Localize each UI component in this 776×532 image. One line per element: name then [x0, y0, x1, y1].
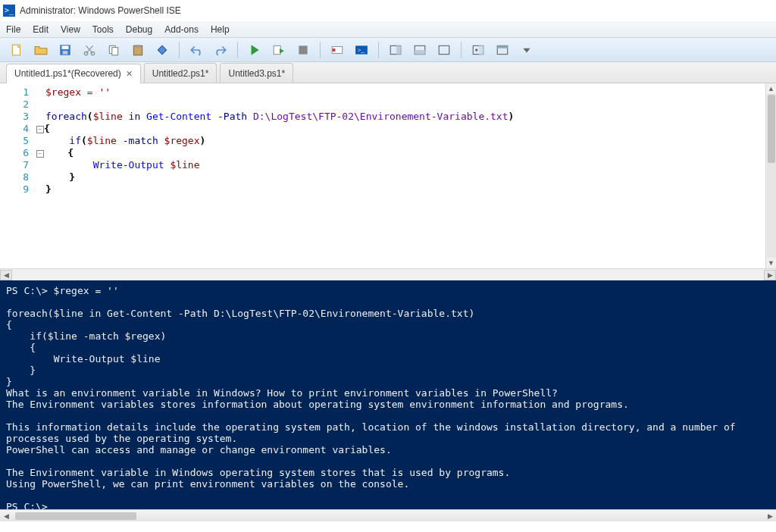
line-number: 1	[0, 86, 29, 99]
svg-marker-11	[252, 45, 259, 55]
svg-rect-10	[136, 45, 141, 47]
menu-help[interactable]: Help	[211, 24, 230, 35]
menu-debug[interactable]: Debug	[126, 24, 152, 35]
scroll-right-icon[interactable]: ▶	[764, 270, 776, 280]
svg-text:>_: >_	[357, 46, 365, 54]
code-line[interactable]: − {	[36, 147, 776, 159]
line-number: 6	[0, 147, 29, 159]
svg-rect-12	[274, 45, 280, 54]
scroll-down-icon[interactable]: ▼	[767, 258, 776, 268]
line-number: 3	[0, 111, 29, 123]
console-pane[interactable]: PS C:\> $regex = '' foreach($line in Get…	[0, 280, 776, 509]
line-number: 7	[0, 159, 29, 171]
cut-icon[interactable]	[79, 39, 100, 61]
editor-vertical-scrollbar[interactable]: ▲ ▼	[765, 83, 776, 268]
layout-bottom-icon[interactable]	[433, 39, 455, 61]
scroll-right-icon[interactable]: ▶	[764, 511, 776, 521]
run-selection-icon[interactable]	[268, 39, 289, 61]
toolbar-separator	[320, 42, 321, 58]
open-file-icon[interactable]	[30, 39, 52, 61]
svg-rect-28	[497, 45, 508, 48]
toolbar-separator	[461, 42, 462, 58]
window-title: Administrator: Windows PowerShell ISE	[20, 5, 181, 16]
menubar: FileEditViewToolsDebugAdd-onsHelp	[0, 21, 776, 38]
toolbar: >_	[0, 38, 776, 62]
redo-icon[interactable]	[210, 39, 231, 61]
close-icon[interactable]: ✕	[126, 64, 133, 83]
tab-label: Untitled3.ps1*	[228, 64, 285, 83]
toolbar-separator	[179, 42, 180, 58]
console-horizontal-scrollbar[interactable]: ◀ ▶	[0, 509, 776, 521]
script-editor[interactable]: 123456789 $regex = ''foreach($line in Ge…	[0, 83, 776, 268]
stop-icon[interactable]	[293, 39, 314, 61]
svg-marker-13	[280, 48, 284, 53]
scroll-thumb[interactable]	[768, 95, 775, 163]
toolbar-separator	[237, 42, 238, 58]
line-number: 9	[0, 183, 29, 196]
tab-label: Untitled2.ps1*	[152, 64, 209, 83]
dropdown-icon[interactable]	[516, 39, 537, 61]
tabs-row: Untitled1.ps1*(Recovered)✕Untitled2.ps1*…	[0, 62, 776, 83]
layout-right-icon[interactable]	[385, 39, 406, 61]
editor-horizontal-scrollbar[interactable]: ◀ ▶	[0, 268, 776, 280]
line-number: 5	[0, 135, 29, 147]
copy-icon[interactable]	[103, 39, 124, 61]
code-line[interactable]: }	[36, 183, 776, 196]
code-line[interactable]: if($line -match $regex)	[36, 135, 776, 147]
scroll-left-icon[interactable]: ◀	[0, 270, 12, 280]
svg-rect-20	[396, 45, 401, 54]
menu-file[interactable]: File	[6, 24, 20, 35]
tab-file-1[interactable]: Untitled2.ps1*	[144, 63, 217, 83]
run-icon[interactable]	[244, 39, 265, 61]
svg-rect-23	[439, 45, 449, 54]
tab-file-0[interactable]: Untitled1.ps1*(Recovered)✕	[6, 64, 141, 83]
scroll-up-icon[interactable]: ▲	[767, 83, 776, 94]
code-area[interactable]: $regex = ''foreach($line in Get-Content …	[33, 83, 776, 268]
show-commands-icon[interactable]	[468, 39, 489, 61]
line-number: 8	[0, 171, 29, 183]
powershell-icon[interactable]: >_	[351, 39, 372, 61]
menu-edit[interactable]: Edit	[33, 24, 48, 35]
tab-file-2[interactable]: Untitled3.ps1*	[220, 63, 293, 83]
layout-split-icon[interactable]	[409, 39, 430, 61]
save-icon[interactable]	[55, 39, 76, 61]
code-line[interactable]: −{	[36, 123, 776, 135]
svg-rect-3	[62, 45, 69, 49]
scroll-left-icon[interactable]: ◀	[0, 511, 12, 521]
code-line[interactable]: Write-Output $line	[36, 159, 776, 171]
scroll-thumb[interactable]	[15, 512, 136, 520]
code-line[interactable]: }	[36, 171, 776, 183]
menu-view[interactable]: View	[61, 24, 80, 35]
line-number: 4	[0, 123, 29, 135]
svg-rect-8	[112, 47, 118, 55]
svg-rect-4	[63, 51, 68, 55]
svg-point-16	[332, 48, 336, 52]
undo-icon[interactable]	[186, 39, 207, 61]
scroll-track[interactable]	[767, 94, 776, 258]
code-line[interactable]: $regex = ''	[36, 86, 776, 99]
titlebar: >_ Administrator: Windows PowerShell ISE	[0, 0, 776, 21]
fold-toggle-icon[interactable]: −	[36, 150, 44, 158]
paste-icon[interactable]	[127, 39, 149, 61]
svg-marker-29	[524, 48, 530, 52]
svg-rect-25	[479, 45, 483, 54]
line-number: 2	[0, 99, 29, 111]
fold-toggle-icon[interactable]: −	[36, 126, 44, 133]
svg-rect-14	[299, 45, 307, 54]
clear-icon[interactable]	[152, 39, 173, 61]
tab-label: Untitled1.ps1*(Recovered)	[14, 64, 121, 83]
toolbar-separator	[378, 42, 379, 58]
line-gutter: 123456789	[0, 83, 33, 268]
svg-point-26	[475, 49, 477, 51]
new-file-icon[interactable]	[6, 39, 27, 61]
show-toolbar-icon[interactable]	[492, 39, 513, 61]
code-line[interactable]	[36, 99, 776, 111]
code-line[interactable]: foreach($line in Get-Content -Path D:\Lo…	[36, 111, 776, 123]
app-icon: >_	[3, 5, 15, 17]
menu-tools[interactable]: Tools	[92, 24, 114, 35]
breakpoint-icon[interactable]	[327, 39, 348, 61]
menu-add-ons[interactable]: Add-ons	[164, 24, 199, 35]
svg-rect-22	[415, 50, 425, 55]
